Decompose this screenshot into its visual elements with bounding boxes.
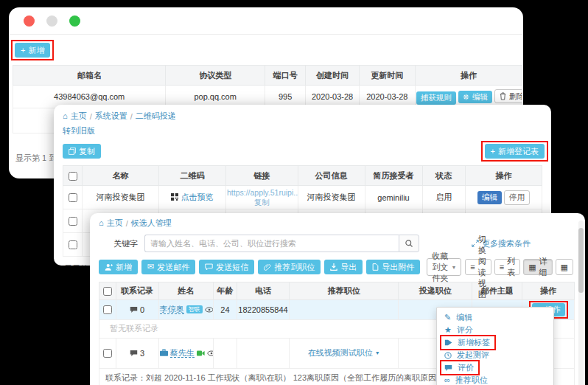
search-icon (405, 239, 413, 248)
list-icon: ≡ (470, 263, 475, 271)
col-actions: 操作 (415, 66, 522, 86)
view-toggle-group: ≡ 切换阅读视图 ≡ 列表 ▦ 详细 ▦ (465, 259, 573, 275)
grid-view-button[interactable]: ▦ (556, 259, 573, 275)
menu-item-recommend-job[interactable]: ∞ 推荐职位 (437, 374, 553, 385)
gear-icon (463, 94, 469, 100)
send-email-button[interactable]: ✉ 发送邮件 (141, 260, 195, 274)
edit-button[interactable]: 编辑 (458, 91, 492, 104)
annotation-box-add-form: + 新增登记表 (481, 141, 548, 162)
apply-url-link[interactable]: https://apply.51ruipi... (227, 188, 298, 197)
copy-url-link[interactable]: 复制 (254, 198, 270, 207)
col-select (99, 282, 116, 300)
select-cell (99, 300, 116, 320)
col-status: 状态 (422, 166, 466, 186)
menu-item-edit[interactable]: ✎ 编辑 (437, 311, 553, 324)
export-button[interactable]: 导出 (324, 260, 363, 274)
export-attachment-button[interactable]: 导出附件 (366, 260, 420, 274)
capture-rules-button[interactable]: 捕获规则 (416, 91, 456, 105)
col-actions: 操作 (522, 282, 575, 300)
breadcrumb-system-settings[interactable]: 系统设置 (95, 111, 127, 122)
plus-icon: + (491, 148, 495, 156)
breadcrumb-current[interactable]: 二维码投递 (136, 111, 176, 122)
maximize-window-dot[interactable] (69, 15, 80, 27)
candidate-name-link[interactable]: 李倞奥 (160, 305, 184, 314)
recommended-job-cell (289, 300, 398, 320)
list-view-button[interactable]: ≡ 列表 (494, 259, 520, 275)
row-checkbox[interactable] (69, 240, 77, 249)
breadcrumb-home[interactable]: 主页 (71, 111, 87, 122)
name-cell: 蔡先生 (158, 338, 213, 368)
col-created: 创建时间 (306, 66, 360, 86)
col-receiver: 简历接受者 (365, 166, 422, 186)
select-cell (63, 186, 83, 209)
add-candidate-button[interactable]: 新增 (99, 260, 138, 274)
recommended-job-link[interactable]: 在线视频测试职位 ▼ (308, 348, 380, 357)
recommend-to-job-button[interactable]: 推荐到职位 (258, 260, 321, 274)
disable-button[interactable]: 停用 (504, 190, 530, 205)
name-cell: 李倞奥 智联 (158, 300, 213, 320)
col-actions: 操作 (466, 166, 542, 186)
comment-icon (130, 350, 138, 357)
qrcode-table-header: 名称 二维码 链接 公司信息 简历接受者 状态 操作 (63, 166, 542, 186)
search-button[interactable] (399, 235, 419, 252)
col-email-name: 邮箱名 (13, 66, 166, 86)
select-cell (63, 209, 83, 233)
select-all-checkbox[interactable] (103, 287, 112, 296)
source-badge: 智联 (186, 305, 203, 313)
actions-cell: 编辑 停用 (466, 186, 542, 209)
envelope-icon: ✉ (147, 263, 154, 271)
email-table-header: 邮箱名 协议类型 端口号 创建时间 更新时间 操作 (13, 66, 522, 86)
search-input[interactable] (144, 235, 399, 252)
download-icon (330, 263, 337, 271)
preview-link[interactable]: 点击预览 (181, 192, 214, 201)
add-registration-form-button[interactable]: + 新增登记表 (485, 144, 545, 159)
close-window-dot[interactable] (24, 15, 35, 27)
row-checkbox[interactable] (103, 305, 112, 314)
qrcode-cell: 点击预览 (159, 186, 226, 209)
scrollbar-track[interactable] (578, 221, 584, 385)
add-email-button[interactable]: + 新增 (15, 43, 50, 58)
briefcase-icon (160, 349, 168, 356)
menu-item-add-tag[interactable]: 新增标签 (437, 336, 553, 349)
search-bar: 关键字 更多搜索条件 (99, 235, 578, 252)
eye-icon[interactable] (207, 350, 213, 356)
folder-select[interactable]: 收藏到文件夹 ▼ (427, 258, 461, 276)
detail-view-button[interactable]: ▦ 详细 (523, 259, 552, 275)
delete-button[interactable]: 删除 (494, 89, 522, 104)
keyword-label: 关键字 (113, 238, 138, 249)
eye-icon[interactable] (205, 307, 214, 313)
candidate-name-link[interactable]: 蔡先生 (170, 348, 195, 358)
menu-label: 评价 (458, 362, 474, 373)
row-checkbox[interactable] (103, 349, 112, 358)
menu-item-evaluate[interactable]: 评价 (437, 361, 553, 374)
breadcrumb-current[interactable]: 候选人管理 (131, 218, 172, 229)
row-action-menu: ✎ 编辑 ★ 评分 新增标签 (436, 307, 554, 385)
comment-icon (444, 364, 452, 372)
trash-icon (500, 92, 506, 100)
contact-records-cell: 3 (116, 338, 158, 368)
row-checkbox[interactable] (69, 193, 77, 202)
row-checkbox[interactable] (69, 217, 77, 226)
link-icon: ∞ (444, 376, 450, 384)
menu-label: 推荐职位 (455, 375, 488, 385)
recommend-label: 推荐到职位 (274, 262, 315, 272)
add-label: 新增 (116, 262, 132, 272)
reading-view-toggle-button[interactable]: ≡ 切换阅读视图 (465, 259, 491, 275)
col-port: 端口号 (265, 66, 306, 86)
copy-button[interactable]: 复制 (63, 144, 101, 159)
pencil-icon: ✎ (444, 313, 451, 322)
col-protocol: 协议类型 (166, 66, 265, 86)
edit-button[interactable]: 编辑 (477, 191, 502, 204)
breadcrumb-separator: / (126, 219, 128, 228)
scrollbar-thumb[interactable] (578, 228, 584, 293)
breadcrumb-separator: / (130, 112, 133, 121)
menu-label: 评分 (457, 325, 473, 336)
select-all-checkbox[interactable] (69, 172, 77, 181)
video-icon[interactable] (197, 350, 205, 356)
select-cell (99, 338, 116, 368)
old-version-link[interactable]: 转到旧版 (63, 126, 95, 135)
minimize-window-dot[interactable] (46, 15, 57, 27)
breadcrumb-home[interactable]: 主页 (107, 218, 123, 229)
send-sms-button[interactable]: 发送短信 (199, 260, 254, 274)
col-age: 年龄 (213, 282, 237, 300)
